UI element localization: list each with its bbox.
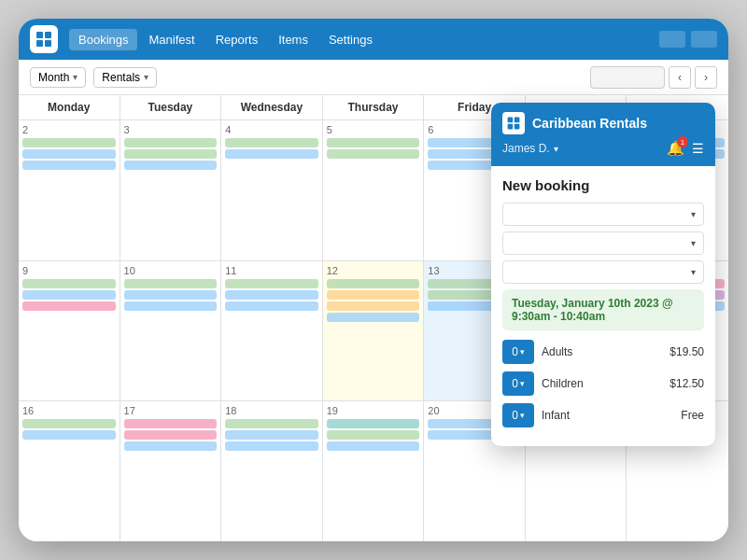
day-number: 10 (124, 265, 218, 276)
prev-button[interactable]: ‹ (669, 66, 691, 89)
cal-cell-w2d0[interactable]: 16 (19, 401, 120, 541)
infant-qty: 0 (512, 409, 518, 422)
event-block-pink (124, 430, 218, 440)
header-thu: Thursday (323, 95, 425, 119)
nav-bookings[interactable]: Bookings (69, 29, 137, 50)
dropdown-3[interactable]: ▾ (502, 260, 704, 284)
cal-cell-w2d1[interactable]: 17 (120, 401, 222, 541)
event-block-green (327, 430, 420, 440)
cal-cell-w2d2[interactable]: 18 (221, 401, 323, 541)
filter-select[interactable]: Rentals ▾ (93, 67, 157, 88)
cal-cell-w0d2[interactable]: 4 (221, 120, 323, 260)
event-block-blue (22, 290, 116, 300)
cal-cell-w1d1[interactable]: 10 (120, 261, 222, 401)
day-number: 17 (124, 405, 218, 416)
booking-panel: Caribbean Rentals James D. ▾ 🔔 1 ☰ New b… (491, 103, 715, 446)
event-block-blue (22, 161, 116, 170)
event-block-green (225, 419, 318, 428)
svg-rect-4 (508, 118, 514, 123)
bell-icon[interactable]: 🔔 1 (667, 140, 684, 157)
children-label: Children (542, 377, 662, 390)
search-box[interactable] (590, 66, 665, 89)
new-booking-title: New booking (502, 177, 704, 193)
cal-cell-w2d3[interactable]: 19 (323, 401, 425, 541)
nav-settings[interactable]: Settings (319, 29, 382, 50)
svg-rect-0 (36, 32, 43, 38)
event-block-teal (327, 419, 420, 428)
infant-price: Free (681, 409, 704, 422)
event-block-green (124, 149, 218, 159)
ticket-row-children: 0 ▾ Children $12.50 (502, 371, 704, 396)
day-number: 4 (225, 124, 318, 135)
cal-cell-w1d3[interactable]: 12 (323, 261, 425, 401)
dropdown-2[interactable]: ▾ (502, 231, 704, 255)
children-qty: 0 (512, 377, 518, 390)
header-tue: Tuesday (120, 95, 222, 119)
nav-button-2[interactable] (691, 31, 717, 48)
ticket-row-adults: 0 ▾ Adults $19.50 (502, 340, 704, 364)
cal-cell-w0d0[interactable]: 2 (19, 120, 120, 260)
nav-items[interactable]: Items (269, 29, 317, 50)
nav-manifest[interactable]: Manifest (139, 29, 204, 50)
adults-qty-btn[interactable]: 0 ▾ (502, 340, 534, 364)
event-block-green (124, 279, 218, 288)
event-block-green (327, 279, 420, 288)
day-number: 18 (225, 405, 318, 416)
event-block-orange (327, 301, 420, 311)
day-number: 3 (124, 124, 218, 135)
day-number: 19 (327, 405, 420, 416)
nav-button-1[interactable] (659, 31, 685, 48)
event-block-blue (225, 290, 318, 300)
event-block-blue (225, 430, 318, 440)
svg-rect-5 (514, 118, 520, 123)
cal-cell-w1d0[interactable]: 9 (19, 261, 120, 401)
svg-rect-7 (514, 124, 520, 130)
panel-body: New booking ▾ ▾ ▾ Tuesday, January 10th … (491, 166, 715, 446)
dropdown-1[interactable]: ▾ (502, 203, 704, 226)
notification-badge: 1 (677, 136, 688, 147)
toolbar: Month ▾ Rentals ▾ ‹ › (19, 60, 728, 95)
infant-qty-btn[interactable]: 0 ▾ (502, 403, 534, 427)
event-block-green (124, 138, 218, 147)
filter-select-arrow: ▾ (144, 72, 148, 82)
datetime-label: Tuesday, January 10th 2023 @ 9:30am - 10… (512, 297, 695, 323)
event-block-blue (225, 149, 318, 159)
panel-user-arrow: ▾ (554, 144, 558, 154)
adults-qty: 0 (512, 345, 518, 358)
infant-qty-arrow: ▾ (520, 411, 525, 420)
event-block-blue (22, 149, 116, 159)
menu-icon[interactable]: ☰ (692, 141, 704, 156)
day-number: 9 (22, 265, 116, 276)
day-number: 16 (22, 405, 116, 416)
children-qty-btn[interactable]: 0 ▾ (502, 371, 534, 396)
next-button[interactable]: › (695, 66, 717, 89)
event-block-green (22, 138, 116, 147)
datetime-box: Tuesday, January 10th 2023 @ 9:30am - 10… (502, 289, 704, 330)
header-mon: Monday (19, 95, 120, 119)
event-block-blue (124, 290, 218, 300)
event-block-pink (22, 301, 116, 311)
cal-cell-w1d2[interactable]: 11 (221, 261, 323, 401)
panel-user[interactable]: James D. ▾ (502, 142, 558, 155)
nav-reports[interactable]: Reports (206, 29, 268, 50)
panel-logo (502, 112, 525, 134)
panel-sub-row: James D. ▾ 🔔 1 ☰ (502, 140, 704, 157)
cal-cell-w0d1[interactable]: 3 (120, 120, 222, 260)
ticket-row-infant: 0 ▾ Infant Free (502, 403, 704, 427)
event-block-green (22, 419, 116, 428)
event-block-blue (225, 441, 318, 451)
nav-menu: Bookings Manifest Reports Items Settings (69, 29, 655, 50)
panel-title: Caribbean Rentals (532, 116, 647, 131)
event-block-blue (327, 441, 420, 451)
cal-cell-w0d3[interactable]: 5 (323, 120, 425, 260)
dropdown-3-arrow: ▾ (691, 267, 696, 277)
adults-price: $19.50 (669, 345, 704, 358)
device-frame: Bookings Manifest Reports Items Settings… (19, 19, 728, 541)
event-block-blue (124, 161, 218, 170)
event-block-blue (225, 301, 318, 311)
day-number: 11 (225, 265, 318, 276)
event-block-blue (124, 441, 218, 451)
adults-qty-arrow: ▾ (520, 347, 525, 357)
adults-label: Adults (542, 345, 662, 358)
view-select[interactable]: Month ▾ (30, 67, 86, 88)
